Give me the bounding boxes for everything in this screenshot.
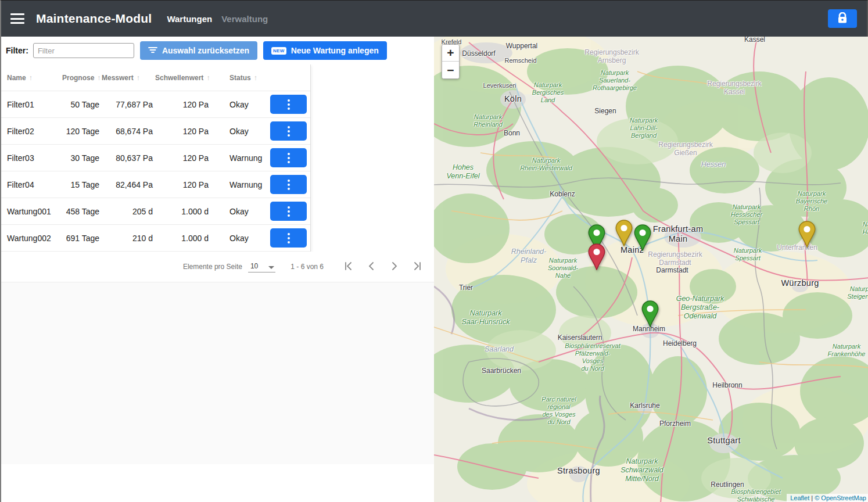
maintenance-panel: Filter: Auswahl zurücksetzen NEW Neue Wa… [1, 37, 434, 502]
sort-icon: ↑ [206, 74, 210, 82]
previous-page-button[interactable] [367, 261, 376, 272]
kebab-icon [288, 206, 290, 217]
tab-wartungen[interactable]: Wartungen [167, 14, 212, 24]
column-header-status[interactable]: Status↑ [211, 74, 267, 82]
map-attribution: Leaflet | © OpenStreetMap [787, 494, 868, 502]
attribution-separator: | [809, 494, 815, 501]
cell-prognose: 458 Tage [62, 207, 102, 216]
zoom-out-button[interactable]: − [442, 62, 459, 78]
cell-name: Wartung001 [7, 207, 62, 216]
sort-icon: ↑ [137, 74, 140, 82]
page-nav [343, 261, 422, 272]
top-bar: Maintenance-Modul Wartungen Verwaltung [1, 1, 867, 37]
osm-link[interactable]: © OpenStreetMap [815, 494, 866, 501]
new-maintenance-label: Neue Wartung anlegen [291, 46, 379, 55]
cell-name: Filter03 [7, 153, 62, 163]
map[interactable]: KrefeldDüsseldorfWuppertalRemscheidLever… [434, 37, 868, 502]
map-marker-red[interactable] [588, 243, 606, 272]
lock-button[interactable] [828, 9, 857, 28]
cell-messwert: 210 d [102, 234, 155, 243]
next-page-button[interactable] [390, 261, 399, 272]
new-badge-icon: NEW [271, 47, 286, 55]
cell-schwellenwert: 120 Pa [155, 100, 211, 109]
row-actions-button[interactable] [270, 148, 307, 167]
zoom-in-button[interactable]: + [442, 45, 459, 62]
cell-status: Okay [211, 207, 267, 216]
filter-label: Filter: [6, 46, 28, 55]
table-row[interactable]: Filter04 15 Tage 82,464 Pa 120 Pa Warnun… [1, 171, 310, 198]
table-row[interactable]: Wartung002 691 Tage 210 d 1.000 d Okay [1, 225, 310, 252]
cell-messwert: 205 d [102, 207, 155, 216]
row-actions-button[interactable] [270, 202, 307, 221]
cell-status: Warnung [211, 180, 267, 189]
table-header: Name↑ Prognose↑ Messwert↑ Schwellenwert↑… [1, 64, 310, 91]
column-header-schwellenwert[interactable]: Schwellenwert↑ [155, 74, 211, 82]
new-maintenance-button[interactable]: NEW Neue Wartung anlegen [263, 41, 387, 60]
panel-empty-area [1, 282, 434, 464]
cell-messwert: 80,637 Pa [102, 153, 155, 163]
row-actions-button[interactable] [270, 175, 307, 194]
reset-selection-label: Auswahl zurücksetzen [162, 46, 249, 55]
app-title: Maintenance-Modul [36, 12, 152, 26]
kebab-icon [288, 99, 290, 110]
cell-name: Filter01 [7, 100, 62, 109]
map-marker-green[interactable] [634, 224, 652, 253]
leaflet-link[interactable]: Leaflet [790, 494, 809, 501]
table-row[interactable]: Filter02 120 Tage 68,674 Pa 120 Pa Okay [1, 118, 310, 145]
row-actions-button[interactable] [270, 121, 307, 141]
main-tabs: Wartungen Verwaltung [167, 14, 268, 24]
menu-icon[interactable] [10, 13, 24, 24]
cell-name: Filter04 [7, 180, 62, 189]
cell-prognose: 120 Tage [62, 127, 102, 136]
last-page-button[interactable] [413, 261, 422, 272]
cell-schwellenwert: 1.000 d [155, 234, 211, 243]
items-per-page-value: 10 [250, 262, 258, 270]
table-row[interactable]: Filter01 50 Tage 77,687 Pa 120 Pa Okay [1, 91, 310, 118]
cell-status: Warnung [211, 153, 267, 163]
cell-status: Okay [211, 100, 267, 109]
map-zoom-control: + − [442, 44, 460, 79]
lock-icon [837, 12, 848, 26]
table-row[interactable]: Filter03 30 Tage 80,637 Pa 120 Pa Warnun… [1, 145, 310, 171]
cell-schwellenwert: 120 Pa [155, 127, 211, 136]
cell-status: Okay [211, 127, 267, 136]
items-per-page-select[interactable]: 10 [248, 261, 275, 272]
cell-prognose: 50 Tage [62, 100, 102, 109]
reset-selection-button[interactable]: Auswahl zurücksetzen [140, 41, 257, 60]
column-header-name[interactable]: Name↑ [7, 74, 62, 82]
kebab-icon [288, 126, 290, 137]
filter-lines-icon [148, 46, 157, 55]
table-body: Filter01 50 Tage 77,687 Pa 120 Pa Okay F… [1, 91, 310, 252]
cell-prognose: 30 Tage [62, 153, 102, 163]
cell-messwert: 82,464 Pa [102, 180, 155, 189]
row-actions-button[interactable] [270, 95, 307, 114]
filter-input[interactable] [33, 43, 134, 58]
cell-name: Wartung002 [7, 234, 62, 243]
map-marker-green[interactable] [641, 300, 659, 329]
paginator: Elemente pro Seite 10 1 - 6 von 6 [1, 252, 434, 282]
tab-verwaltung[interactable]: Verwaltung [221, 14, 268, 24]
kebab-icon [288, 153, 290, 163]
cell-prognose: 691 Tage [62, 234, 102, 243]
cell-prognose: 15 Tage [62, 180, 102, 189]
sort-icon: ↑ [97, 74, 101, 82]
map-marker-layer [434, 37, 868, 502]
row-actions-button[interactable] [270, 228, 307, 248]
sort-icon: ↑ [29, 74, 33, 82]
table-row[interactable]: Wartung001 458 Tage 205 d 1.000 d Okay [1, 198, 310, 225]
map-marker-gold[interactable] [615, 220, 633, 249]
first-page-button[interactable] [343, 261, 353, 272]
map-marker-gold[interactable] [798, 221, 816, 250]
cell-name: Filter02 [7, 127, 62, 136]
maintenance-table: Name↑ Prognose↑ Messwert↑ Schwellenwert↑… [1, 64, 311, 252]
cell-messwert: 68,674 Pa [102, 127, 155, 136]
cell-schwellenwert: 120 Pa [155, 180, 211, 189]
column-header-prognose[interactable]: Prognose↑ [62, 74, 102, 82]
kebab-icon [288, 180, 290, 190]
cell-schwellenwert: 1.000 d [155, 207, 211, 216]
items-per-page-label: Elemente pro Seite [183, 263, 242, 271]
sort-icon: ↑ [254, 74, 257, 82]
page-range-label: 1 - 6 von 6 [290, 263, 324, 271]
column-header-messwert[interactable]: Messwert↑ [102, 74, 155, 82]
app-window: Maintenance-Modul Wartungen Verwaltung F… [0, 0, 868, 502]
